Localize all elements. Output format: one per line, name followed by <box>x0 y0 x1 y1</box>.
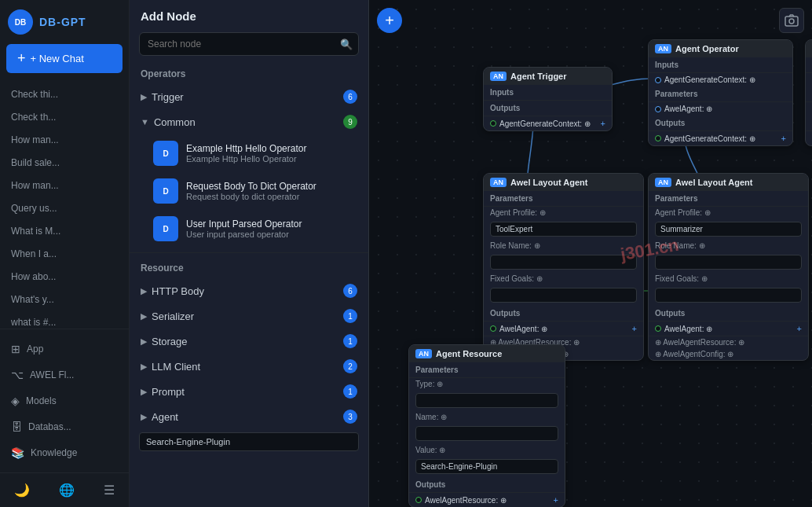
chat-item[interactable]: Check th... <box>3 106 126 128</box>
sidebar-footer: 🌙 🌐 ☰ <box>0 472 129 507</box>
awel-icon: ⌥ <box>11 369 24 381</box>
agent-resource-node: AN Agent Resource Parameters Type: ⊕ Nam… <box>408 344 565 507</box>
prompt-label: Prompt <box>152 386 185 398</box>
output-row: AwelAgent: ⊕ + <box>649 321 808 336</box>
llm-client-toggle[interactable]: ▶ LLM Client 2 <box>130 354 368 379</box>
logo-text: DB-GPT <box>39 16 86 28</box>
search-input[interactable] <box>139 32 359 56</box>
chat-item[interactable]: What's y... <box>3 288 126 310</box>
agent-toggle[interactable]: ▶ Agent 3 <box>130 404 368 429</box>
input-row: AgentGenerateContext: ⊕ <box>649 73 792 86</box>
chat-item[interactable]: How abo... <box>3 266 126 288</box>
agent-profile-input[interactable] <box>490 222 637 237</box>
prompt-badge: 1 <box>343 384 357 399</box>
http-body-badge: 6 <box>343 284 357 298</box>
op-name: Request Body To Dict Operator <box>186 181 316 192</box>
name-input[interactable] <box>415 426 558 441</box>
plus-icon: + <box>17 50 26 67</box>
outputs-section: Outputs <box>649 116 792 131</box>
node-badge: AN <box>415 349 432 358</box>
agent-profile-label: Agent Profile: ⊕ <box>649 207 808 219</box>
serializer-toggle[interactable]: ▶ Serializer 1 <box>130 303 368 329</box>
agent-profile-input[interactable] <box>655 222 802 237</box>
prompt-toggle[interactable]: ▶ Prompt 1 <box>130 379 368 404</box>
outputs-section: Outputs <box>409 477 565 493</box>
sidebar-item-models[interactable]: ◈ Models <box>3 388 126 413</box>
storage-label: Storage <box>152 336 188 347</box>
sidebar-item-knowledge[interactable]: 📚 Knowledge <box>3 440 126 465</box>
operator-item-user-input[interactable]: D User Input Parsed Operator User input … <box>130 210 368 248</box>
agent-badge: 3 <box>343 410 357 424</box>
node-title: Agent Operator <box>675 44 739 53</box>
outputs-section: Outputs <box>649 306 808 321</box>
divider <box>130 252 368 253</box>
param-row: AwelAgent: ⊕ <box>806 102 812 116</box>
role-name-input[interactable] <box>490 255 637 270</box>
chat-item[interactable]: How man... <box>3 175 126 197</box>
chat-item[interactable]: What is M... <box>3 220 126 242</box>
chat-item[interactable]: Build sale... <box>3 152 126 174</box>
flow-canvas: AN Agent Trigger Inputs Outputs AgentGen… <box>369 0 812 507</box>
node-title: Awel Layout Agent <box>675 178 752 187</box>
chat-list: Check thi... Check th... How man... Buil… <box>0 79 129 329</box>
output-row: AgentGenerateContext: ⊕ + <box>806 131 812 145</box>
search-engine-plugin-item[interactable]: Search-Engine-Plugin <box>139 432 359 451</box>
add-node-fab[interactable]: + <box>377 8 402 33</box>
search-box: 🔍 <box>139 32 359 56</box>
chat-item[interactable]: what is #... <box>3 311 126 329</box>
params-section: Parameters <box>649 191 808 207</box>
sidebar-item-database[interactable]: 🗄 Databas... <box>3 414 126 439</box>
type-input[interactable] <box>415 393 558 408</box>
language-icon[interactable]: 🌐 <box>56 479 78 501</box>
params-section: Parameters <box>806 86 812 102</box>
fixed-goals-input[interactable] <box>490 288 637 303</box>
inputs-section: Inputs <box>484 85 612 101</box>
node-header: AN Agent Operator <box>806 40 812 57</box>
trigger-section-toggle[interactable]: ▶ Trigger 6 <box>130 84 368 109</box>
serializer-label: Serializer <box>152 310 194 322</box>
svg-rect-8 <box>785 17 798 26</box>
type-label: Type: ⊕ <box>409 378 565 390</box>
fixed-goals-label: Fixed Goals: ⊕ <box>484 273 643 285</box>
params-section: Parameters <box>409 362 565 378</box>
input-dot <box>655 77 661 83</box>
llm-client-label: LLM Client <box>152 361 200 373</box>
llm-client-badge: 2 <box>343 359 357 373</box>
node-badge: AN <box>490 72 507 81</box>
fixed-goals-input[interactable] <box>655 288 802 303</box>
output-dot <box>655 135 661 141</box>
chat-item[interactable]: When I a... <box>3 243 126 265</box>
svg-text:D: D <box>163 149 168 158</box>
operator-item-example-http[interactable]: D Example Http Hello Operator Example Ht… <box>130 134 368 172</box>
sidebar-item-awel[interactable]: ⌥ AWEL Fl... <box>3 362 126 388</box>
fixed-goals-label: Fixed Goals: ⊕ <box>649 273 808 285</box>
chevron-right-icon: ▶ <box>141 362 147 372</box>
theme-toggle-icon[interactable]: 🌙 <box>11 479 33 501</box>
chat-item[interactable]: Check thi... <box>3 83 126 105</box>
value-input[interactable] <box>415 459 558 474</box>
camera-icon[interactable] <box>779 8 804 33</box>
nav-knowledge-label: Knowledge <box>31 447 77 458</box>
new-chat-button[interactable]: + + New Chat <box>6 44 123 73</box>
sidebar-item-app[interactable]: ⊞ App <box>3 336 126 362</box>
output-dot <box>490 120 496 127</box>
output-row: AwelAgent: ⊕ + <box>484 321 643 336</box>
output-dot <box>490 325 496 332</box>
database-icon: 🗄 <box>11 421 22 433</box>
param-row: AwelAgent: ⊕ <box>649 102 792 116</box>
outputs-section: Outputs <box>484 306 643 321</box>
http-body-toggle[interactable]: ▶ HTTP Body 6 <box>130 278 368 303</box>
chat-item[interactable]: Query us... <box>3 197 126 219</box>
chat-item[interactable]: How man... <box>3 129 126 151</box>
role-name-input[interactable] <box>655 255 802 270</box>
common-section-toggle[interactable]: ▼ Common 9 <box>130 109 368 134</box>
sidebar: DB DB-GPT + + New Chat Check thi... Chec… <box>0 0 130 507</box>
add-node-panel: Add Node 🔍 Operators ▶ Trigger 6 ▼ Commo… <box>130 0 369 507</box>
menu-icon[interactable]: ☰ <box>101 479 118 501</box>
storage-toggle[interactable]: ▶ Storage 1 <box>130 329 368 354</box>
agent-profile-label: Agent Profile: ⊕ <box>484 207 643 219</box>
inputs-section: Inputs <box>649 57 792 73</box>
role-name-label: Role Name: ⊕ <box>649 240 808 252</box>
role-name-label: Role Name: ⊕ <box>484 240 643 252</box>
operator-item-request-body[interactable]: D Request Body To Dict Operator Request … <box>130 172 368 210</box>
